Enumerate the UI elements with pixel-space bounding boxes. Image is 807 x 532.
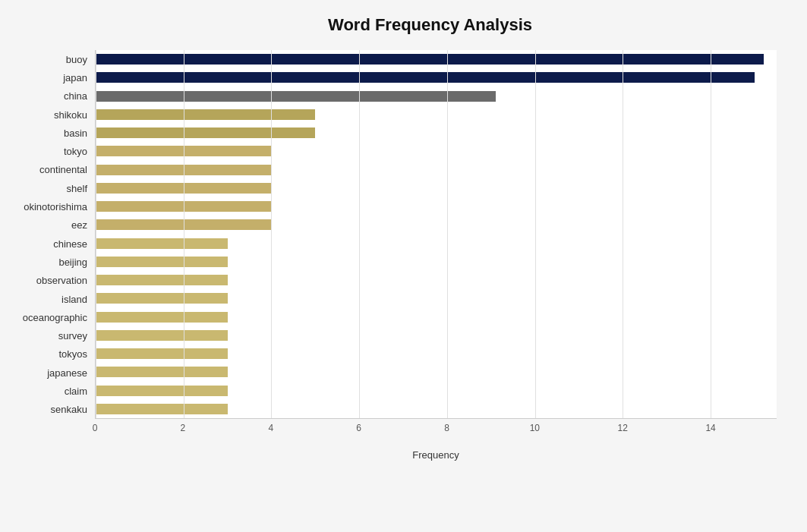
y-labels: buoyjapanchinashikokubasintokyocontinent… <box>8 50 95 419</box>
y-label: japan <box>8 68 95 87</box>
bar-row <box>96 326 777 345</box>
gridline <box>447 50 448 418</box>
x-tick: 12 <box>618 423 628 433</box>
bar <box>96 386 228 396</box>
bar-row <box>96 68 777 87</box>
y-label: basin <box>8 124 95 142</box>
y-label: japanese <box>8 364 95 382</box>
gridline <box>184 50 184 418</box>
x-tick: 14 <box>705 423 715 433</box>
gridline <box>623 50 623 418</box>
bar <box>96 238 228 249</box>
y-label: eez <box>8 216 95 235</box>
gridline <box>96 50 96 418</box>
gridline <box>359 50 360 418</box>
y-label: continental <box>8 161 95 179</box>
bar-row <box>96 345 777 363</box>
y-label: beijing <box>8 253 95 271</box>
bar <box>96 109 315 120</box>
bar <box>96 367 228 377</box>
x-tick: 2 <box>181 423 186 433</box>
gridline <box>535 50 536 418</box>
y-label: tokyo <box>8 142 95 160</box>
x-tick: 8 <box>444 423 449 433</box>
bar <box>96 312 228 323</box>
bar <box>96 257 228 267</box>
bar-row <box>96 216 777 234</box>
bar-row <box>96 382 777 400</box>
y-label: buoy <box>8 50 95 68</box>
bar <box>96 404 228 414</box>
chart-title: Word Frequency Analysis <box>8 15 777 35</box>
bar-row <box>96 124 777 142</box>
gridline <box>711 50 711 418</box>
y-label: island <box>8 290 95 308</box>
bar-row <box>96 308 777 326</box>
chart-area: buoyjapanchinashikokubasintokyocontinent… <box>8 50 777 461</box>
y-label: tokyos <box>8 345 95 364</box>
bar-row <box>96 253 777 271</box>
plot-area <box>95 50 777 419</box>
y-label: senkaku <box>8 401 95 419</box>
bar <box>96 54 764 65</box>
bar <box>96 348 228 359</box>
bar-row <box>96 142 777 160</box>
bar-row <box>96 105 777 124</box>
x-tick: 6 <box>356 423 361 433</box>
bar-row <box>96 271 777 289</box>
bar <box>96 91 496 102</box>
bar <box>96 72 755 83</box>
chart-container: Word Frequency Analysis buoyjapanchinash… <box>0 0 807 532</box>
bar-row <box>96 363 777 381</box>
y-label: claim <box>8 382 95 400</box>
x-tick: 0 <box>93 423 98 433</box>
bar-row <box>96 50 777 68</box>
y-label: shelf <box>8 179 95 197</box>
y-label: shikoku <box>8 105 95 124</box>
bar-row <box>96 161 777 179</box>
x-tick: 4 <box>268 423 273 433</box>
bar-row <box>96 289 777 307</box>
bar <box>96 330 228 341</box>
y-label: okinotorishima <box>8 197 95 216</box>
y-label: chinese <box>8 235 95 253</box>
x-axis: 02468101214 <box>95 419 777 434</box>
x-tick: 10 <box>530 423 540 433</box>
y-label: oceanographic <box>8 308 95 326</box>
bar-row <box>96 197 777 216</box>
bar-row <box>96 179 777 197</box>
bar-row <box>96 235 777 253</box>
bar <box>96 275 228 285</box>
bar-row <box>96 87 777 105</box>
y-label: observation <box>8 272 95 290</box>
y-label: china <box>8 87 95 105</box>
bar <box>96 127 315 138</box>
bar-row <box>96 400 777 418</box>
bars-section: buoyjapanchinashikokubasintokyocontinent… <box>8 50 777 419</box>
y-label: survey <box>8 326 95 345</box>
bar <box>96 293 228 304</box>
x-axis-label: Frequency <box>95 449 777 461</box>
gridline <box>271 50 272 418</box>
